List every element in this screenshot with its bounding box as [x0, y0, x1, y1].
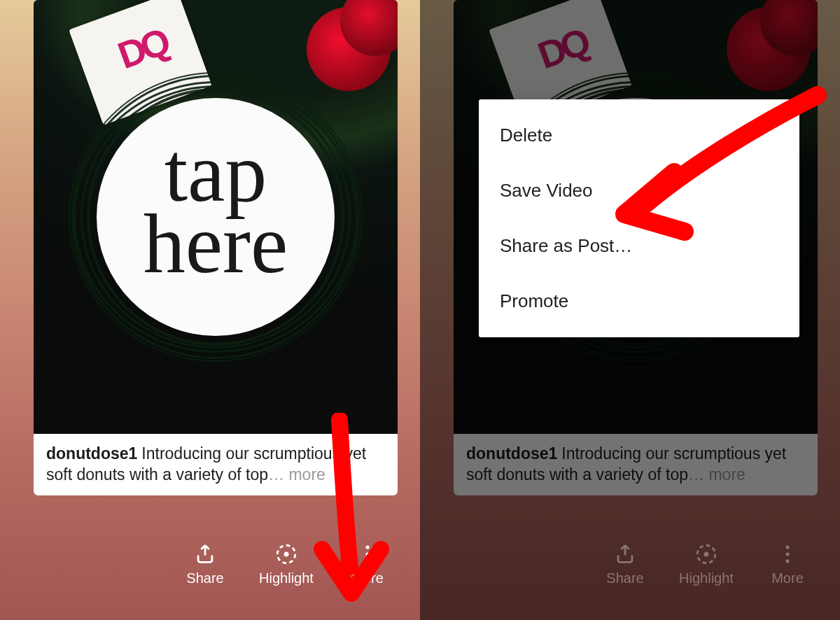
more-label: More [351, 570, 384, 586]
rose-decor [279, 0, 398, 105]
caption-username: donutdose1 [466, 444, 557, 463]
brand-logo-text: DQ [112, 20, 172, 77]
svg-point-7 [785, 559, 789, 563]
story-media[interactable]: DQ taphere donutdose1Introducing our scr… [34, 0, 398, 495]
svg-point-5 [785, 545, 789, 549]
svg-point-6 [785, 552, 789, 556]
share-button[interactable]: Share [594, 542, 657, 586]
story-archive-screen: DQ taphere donutdose1Introducing our scr… [0, 0, 420, 620]
svg-point-2 [365, 552, 369, 556]
story-caption: donutdose1Introducing our scrumptious ye… [454, 434, 818, 495]
menu-item-delete[interactable]: Delete [479, 108, 799, 163]
highlight-label: Highlight [679, 570, 734, 586]
brand-logo-text: DQ [532, 20, 592, 77]
story-caption[interactable]: donutdose1Introducing our scrumptious ye… [34, 434, 398, 495]
more-icon [356, 542, 379, 566]
share-label: Share [606, 570, 643, 586]
more-button[interactable]: More [756, 542, 819, 586]
more-button[interactable]: More [336, 542, 399, 586]
menu-item-share-as-post[interactable]: Share as Post… [479, 218, 799, 274]
svg-point-3 [365, 559, 369, 563]
caption-username[interactable]: donutdose1 [46, 444, 137, 463]
caption-more: … more [688, 465, 746, 484]
story-toolbar-dimmed: Share Highlight More [420, 522, 840, 620]
highlight-icon [274, 542, 298, 566]
more-label: More [771, 570, 804, 586]
highlight-icon [694, 542, 718, 566]
share-button[interactable]: Share [174, 542, 237, 586]
more-menu: Delete Save Video Share as Post… Promote [479, 99, 799, 337]
more-icon [776, 542, 799, 566]
share-icon [613, 542, 637, 566]
highlight-button[interactable]: Highlight [255, 542, 318, 586]
highlight-label: Highlight [259, 570, 314, 586]
share-icon [193, 542, 217, 566]
svg-point-1 [365, 545, 369, 549]
story-toolbar: Share Highlight More [0, 522, 420, 620]
highlight-button[interactable]: Highlight [675, 542, 738, 586]
share-label: Share [186, 570, 223, 586]
caption-more[interactable]: … more [268, 465, 326, 484]
menu-item-promote[interactable]: Promote [479, 274, 799, 329]
menu-item-save-video[interactable]: Save Video [479, 163, 799, 218]
